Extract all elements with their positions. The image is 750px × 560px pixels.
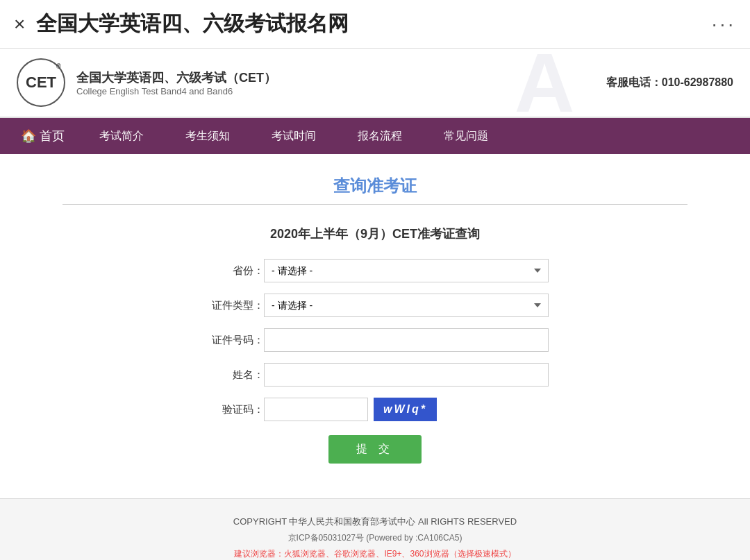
nav-item-registration[interactable]: 报名流程 [337,119,423,153]
cert-no-label: 证件号码： [201,334,264,347]
cert-type-row: 证件类型： - 请选择 - 居民身份证 护照 [201,294,549,317]
page-title: 全国大学英语四、六级考试报名网 [36,10,349,38]
cert-no-input[interactable] [264,328,549,352]
bg-deco-text: A [515,49,569,117]
footer-copyright: COPYRIGHT 中华人民共和国教育部考试中心 All RIGHTS RESE… [14,516,736,528]
province-label: 省份： [201,264,264,278]
header-left: CET 全国大学英语四、六级考试（CET） College English Te… [17,58,276,107]
more-options-icon[interactable]: ··· [712,13,736,35]
nav-item-exam-intro[interactable]: 考试简介 [78,119,165,153]
phone-label: 客服电话： [606,76,662,88]
name-row: 姓名： [201,363,549,387]
query-form: 省份： - 请选择 - 北京 上海 广东 证件类型： - 请选择 - 居民身份证… [201,259,549,464]
close-icon[interactable]: × [14,13,25,35]
header-decoration: A [472,49,611,117]
form-section-title: 2020年上半年（9月）CET准考证查询 [28,226,722,242]
footer-browsers: 建议浏览器：火狐浏览器、谷歌浏览器、IE9+、360浏览器（选择极速模式） [14,548,736,560]
cert-type-label: 证件类型： [201,299,264,312]
submit-button[interactable]: 提 交 [328,435,422,464]
top-bar: × 全国大学英语四、六级考试报名网 ··· [0,0,750,49]
cet-logo: CET [17,58,65,107]
site-footer: COPYRIGHT 中华人民共和国教育部考试中心 All RIGHTS RESE… [0,498,750,560]
captcha-input[interactable] [264,398,368,421]
section-title: 查询准考证 [28,175,722,197]
title-divider [62,204,688,205]
site-sub: College English Test Band4 and Band6 [76,86,276,96]
captcha-image[interactable]: wWIq* [374,398,437,421]
name-label: 姓名： [201,368,264,382]
phone-number: 010-62987880 [662,76,733,88]
captcha-row: 验证码： wWIq* [201,398,549,421]
nav-item-faq[interactable]: 常见问题 [423,119,509,153]
header-phone: 客服电话：010-62987880 [606,76,733,90]
province-select[interactable]: - 请选择 - 北京 上海 广东 [264,259,549,282]
cert-no-row: 证件号码： [201,328,549,352]
header-site-info: 全国大学英语四、六级考试（CET） College English Test B… [76,69,276,96]
footer-icp: 京ICP备05031027号 (Powered by :CA106CA5) [14,532,736,544]
cert-type-select[interactable]: - 请选择 - 居民身份证 护照 [264,294,549,317]
nav-bar: 🏠 首页 考试简介 考生须知 考试时间 报名流程 常见问题 [0,118,750,154]
submit-row: 提 交 [201,435,549,464]
site-header: CET 全国大学英语四、六级考试（CET） College English Te… [0,49,750,118]
nav-home[interactable]: 🏠 首页 [7,118,78,154]
province-row: 省份： - 请选择 - 北京 上海 广东 [201,259,549,282]
top-bar-left: × 全国大学英语四、六级考试报名网 [14,10,349,38]
captcha-label: 验证码： [201,403,264,416]
nav-item-exam-time[interactable]: 考试时间 [251,119,337,153]
name-input[interactable] [264,363,549,387]
site-name: 全国大学英语四、六级考试（CET） [76,69,276,86]
main-content: 查询准考证 2020年上半年（9月）CET准考证查询 省份： - 请选择 - 北… [0,154,750,498]
nav-item-exam-notes[interactable]: 考生须知 [165,119,251,153]
